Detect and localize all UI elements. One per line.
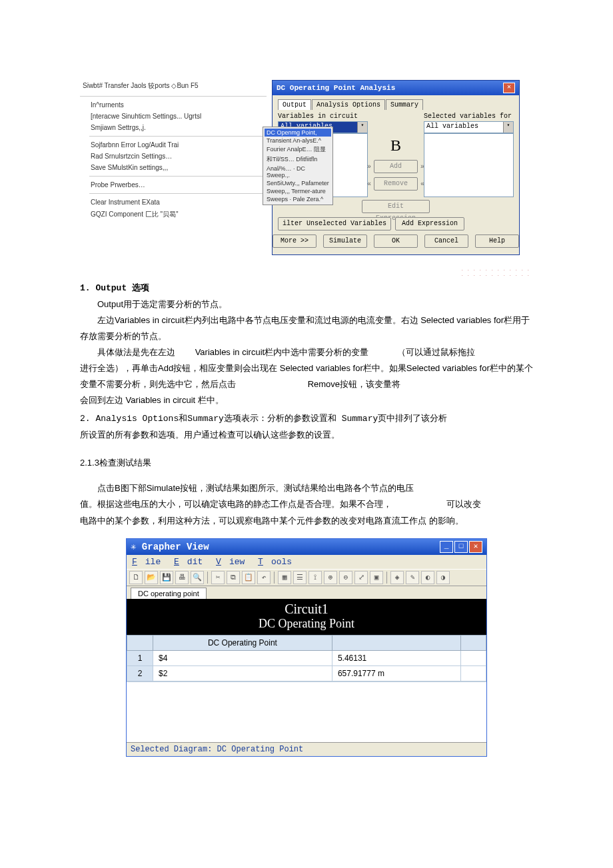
selected-listbox[interactable] [424,133,514,197]
dialog-title: DC Operating Point Analysis [277,84,395,92]
menu-tools[interactable]: Tools [258,557,292,567]
analyses-submenu: DC Openmg Point, Transient An-alysE.^ Fo… [263,127,333,205]
grid-icon[interactable]: ▦ [278,571,291,584]
cut-icon[interactable]: ✂ [211,571,225,584]
paragraph: 点击B图下部Simulate按钮，测试结果如图所示。测试结果给出电路各个节点的电… [80,480,533,496]
tool-icon[interactable]: ✎ [406,571,419,584]
col-header [461,635,486,650]
legend-icon[interactable]: ☰ [293,571,306,584]
heading-213: 2.1.3检查测试结果 [80,455,533,471]
menu-item: Clear Instrument EXata [89,197,267,208]
zoom-out-icon[interactable]: ⊖ [339,571,352,584]
menu-item: [nteracwe Sinuhticm Settings... Ugrtsl [89,111,267,122]
submenu-line: Transient An-alysE.^ [265,137,331,145]
menu-view[interactable]: View [216,557,245,567]
decorative-dots: · · · · · · · · · · · ·· · · · · · · · ·… [80,267,533,278]
submenu-dc-op: DC Openmg Point, [265,129,331,137]
minimize-icon[interactable]: _ [440,541,453,553]
grapher-title: Grapher View [142,542,209,552]
node-cell: $4 [153,650,332,665]
grapher-titlebar: ✳ Grapher View _ □ ✕ [127,539,486,555]
add-button[interactable]: Add [374,160,418,173]
analysis-name: DC Operating Point [127,617,486,631]
save-icon[interactable]: 💾 [160,571,173,584]
print-icon[interactable]: 🖶 [175,571,189,584]
grapher-statusbar: Selected Diagram: DC Operating Point [127,742,486,756]
col-header [332,635,460,650]
filter-unselected-button[interactable]: ilter Unselected Variables [278,217,391,230]
chevron-left-icon: « [367,181,371,188]
paragraph: 具体做法是先在左边 Variables in circuit栏内中选中需要分析的… [80,344,533,360]
open-icon[interactable]: 📂 [145,571,158,584]
tab-analysis-options[interactable]: Analysis Options [312,99,385,110]
annotation-b: B [390,133,401,156]
menu-item: Sojfarbnn Error Log/Audit Trai [89,139,267,151]
paragraph: 进行全选），再单击Add按钮，相应变量则会出现在 Selected variab… [80,360,533,392]
dialog-titlebar: DC Operating Point Analysis ✕ [273,81,519,95]
dialog-tabs: Output Analysis Options Summary [278,99,514,110]
circuit-name: Circuit1 [127,602,486,617]
corner-cell [127,635,153,650]
combo-value: All variables [424,122,503,133]
paragraph: 左边Variables in circuit栏内列出电路中各节点电压变量和流过电… [80,312,533,344]
col-header: DC Operating Point [153,635,332,650]
close-icon[interactable]: ✕ [503,83,515,93]
menu-item: Save SMulstKin settings,,, [89,162,267,173]
preview-icon[interactable]: 🔍 [191,571,204,584]
export-icon[interactable]: ▣ [370,571,383,584]
paragraph: Output用于选定需要分析的节点。 [80,296,533,312]
tool-icon[interactable]: ◑ [436,571,450,584]
submenu-line: Sen5iUwty.,, Pafameter [265,179,331,187]
undo-icon[interactable]: ↶ [257,571,271,584]
right-filter-combo[interactable]: All variables ▾ [424,121,514,133]
chevron-down-icon[interactable]: ▾ [503,122,513,133]
edit-expression-button[interactable]: Edit Expression [362,200,430,213]
grapher-tab[interactable]: DC operating point [131,588,207,599]
heading-analysis-options: 2. Analysis Options和Summary选项表示：分析的参数设置和… [80,412,533,424]
menu-file[interactable]: File [132,557,161,567]
help-button[interactable]: Help [475,234,519,248]
table-row: 1 $4 5.46131 [127,650,486,665]
remove-button[interactable]: Remove [374,177,418,191]
grapher-toolbar: 🗋 📂 💾 🖶 🔍 ✂ ⧉ 📋 ↶ ▦ ☰ ⟟ ⊕ ⊖ ⤢ ▣ ◈ ✎ ◐ ◑ [127,569,486,586]
heading-output: 1. Output 选项 [80,282,533,294]
row-number: 1 [127,650,153,665]
paragraph: 会回到左边 Variables in circuit 栏中。 [80,392,533,408]
copy-icon[interactable]: ⧉ [227,571,240,584]
menu-item: Probe Prwerbes… [89,179,267,191]
ok-button[interactable]: OK [374,234,418,248]
simulate-button[interactable]: Simulate [323,234,367,248]
add-expression-button[interactable]: Add Expression [395,217,464,230]
new-icon[interactable]: 🗋 [129,571,143,584]
top-figures: Siwbt# Transfer Jaols 较ports ◇Bun F5 In^… [80,80,533,255]
paragraph: 值。根据这些电压的大小，可以确定该电路的静态工作点是否合理。如果不合理， 可以改… [80,496,533,512]
paste-icon[interactable]: 📋 [242,571,255,584]
menu-item: GQZI Component 匚比 "贝曷" [89,208,267,221]
app-icon: ✳ [131,542,136,552]
tool-icon[interactable]: ◈ [390,571,404,584]
close-icon[interactable]: ✕ [469,541,482,553]
tab-output[interactable]: Output [278,99,311,110]
row-number: 2 [127,665,153,681]
menu-item: Smjiawn Settrgs,,j. [89,122,267,133]
submenu-line: Anal/%… · DC Sweep.,. [265,165,331,179]
submenu-line: Sweep,,, Termer-ature [265,187,331,195]
selected-variables-label: Selected variables for [424,113,514,120]
submenu-line: Fourier AnalpE… 阻显 [265,145,331,155]
chevron-down-icon[interactable]: ▾ [357,122,367,133]
table-row: 2 $2 657.91777 m [127,665,486,681]
zoom-fit-icon[interactable]: ⤢ [354,571,368,584]
menu-item: Rad Srnulsrtzcin Settings… [89,151,267,162]
variables-in-circuit-label: Variables in circuit [278,113,368,120]
grapher-header-black: Circuit1 DC Operating Point [127,599,486,635]
menu-edit[interactable]: Edit [174,557,203,567]
tool-icon[interactable]: ◐ [421,571,434,584]
chevron-right-icon: » [367,163,371,171]
cancel-button[interactable]: Cancel [424,234,468,248]
maximize-icon[interactable]: □ [454,541,468,553]
tab-summary[interactable]: Summary [386,99,423,110]
grapher-window: ✳ Grapher View _ □ ✕ File Edit View Tool… [126,538,487,757]
cursor-icon[interactable]: ⟟ [308,571,322,584]
zoom-in-icon[interactable]: ⊕ [324,571,337,584]
more-button[interactable]: More >> [273,234,316,248]
